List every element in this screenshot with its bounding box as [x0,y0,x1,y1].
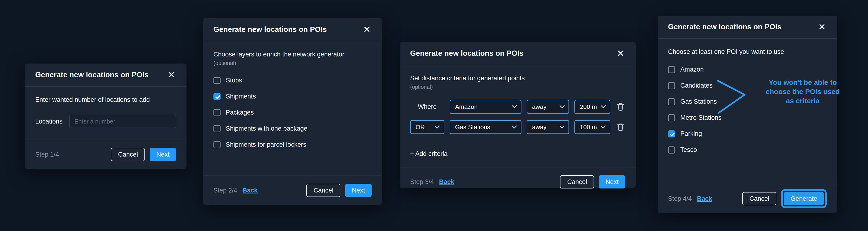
cancel-button[interactable]: Cancel [742,192,776,205]
distance-select[interactable]: 100 m [575,120,610,134]
modal-step2: Generate new locations on POIs ✕ Choose … [203,18,382,205]
checkbox[interactable] [668,82,675,89]
checkbox[interactable] [213,109,221,116]
modal-title: Generate new locations on POIs [213,25,327,34]
checkbox-label: Parking [680,130,702,137]
operator-select[interactable]: OR [410,120,444,134]
select-value: 100 m [580,124,597,131]
optional-text: (optional) [410,84,625,90]
layer-checklist: Stops Shipments Packages Shipments with … [213,77,372,148]
delete-criteria-button[interactable] [616,101,625,112]
cancel-button[interactable]: Cancel [560,175,594,189]
modal-title: Generate new locations on POIs [668,23,781,31]
checkbox[interactable] [213,141,221,148]
locations-label: Locations [35,118,63,125]
locations-row: Locations [35,115,176,128]
select-value: Amazon [455,103,477,110]
checkbox[interactable] [668,146,675,154]
add-criteria-button[interactable]: + Add criteria [410,150,447,158]
checkbox-label: Tesco [680,146,697,154]
modal-body: Set distance criteria for generated poin… [400,65,636,167]
layer-option-packages[interactable]: Packages [213,109,372,116]
checkbox-label: Gas Stations [680,98,717,105]
modal-footer: Step 4/4 Back Cancel Generate [658,184,837,213]
where-label: Where [410,103,444,110]
footer-left: Step 2/4 Back [213,187,258,194]
instruction-text: Choose layers to enrich the network gene… [213,51,372,58]
next-button[interactable]: Next [150,148,176,161]
chevron-down-icon [512,105,517,108]
trash-icon [617,102,624,111]
close-icon[interactable]: ✕ [167,69,176,80]
modal-title: Generate new locations on POIs [410,49,524,58]
modal-footer: Step 3/4 Back Cancel Next [400,167,636,196]
modal-body: Choose layers to enrich the network gene… [203,41,382,175]
delete-criteria-button[interactable] [616,122,625,133]
chevron-down-icon [512,125,517,129]
next-button[interactable]: Next [345,184,372,197]
modal-header: Generate new locations on POIs ✕ [203,18,382,41]
next-button[interactable]: Next [599,175,625,189]
back-link[interactable]: Back [439,178,455,186]
poi-select[interactable]: Amazon [450,100,522,114]
instruction-text: Choose at least one POI you want to use [668,48,827,56]
checkbox-label: Candidates [680,82,713,89]
checkbox-label: Stops [226,77,242,84]
checkbox[interactable] [668,114,675,122]
close-icon[interactable]: ✕ [817,22,827,32]
poi-select[interactable]: Gas Stations [450,120,522,134]
chevron-down-icon [601,125,606,129]
cancel-button[interactable]: Cancel [111,148,145,161]
select-value: away [532,124,547,131]
modal-header: Generate new locations on POIs ✕ [25,64,187,87]
checkbox-label: Shipments with one package [226,125,307,132]
modal-body: Enter wanted number of locations to add … [25,87,187,140]
annotation-line: choose the POIs used [752,87,854,96]
annotation-note: You won't be able to choose the POIs use… [752,78,854,105]
annotation-arrow [713,76,751,119]
chevron-down-icon [601,105,606,108]
poi-option-tesco[interactable]: Tesco [668,146,827,154]
footer-actions: Cancel Next [306,184,372,197]
generate-button[interactable]: Generate [784,192,824,205]
poi-option-amazon[interactable]: Amazon [668,66,827,73]
modal-step1: Generate new locations on POIs ✕ Enter w… [25,64,187,169]
app-canvas: Generate new locations on POIs ✕ Enter w… [0,0,868,231]
annotation-line: as criteria [752,96,854,105]
relation-select[interactable]: away [527,100,569,114]
close-icon[interactable]: ✕ [616,48,625,59]
modal-step4: Generate new locations on POIs ✕ Choose … [658,15,837,213]
annotation-line: You won't be able to [752,78,854,87]
optional-text: (optional) [213,60,372,66]
back-link[interactable]: Back [697,195,712,202]
criteria-list: Where Amazon away 200 m [410,100,625,134]
locations-input[interactable] [69,115,176,128]
back-link[interactable]: Back [243,187,258,194]
checkbox[interactable] [668,130,675,137]
select-value: away [532,103,547,110]
step-indicator: Step 3/4 [410,178,434,186]
distance-select[interactable]: 200 m [575,100,610,114]
layer-option-shipments[interactable]: Shipments [213,93,372,100]
modal-title: Generate new locations on POIs [35,71,149,79]
layer-option-shipments-parcel-lockers[interactable]: Shipments for parcel lockers [213,141,372,148]
cancel-button[interactable]: Cancel [306,184,340,197]
select-value: OR [415,124,425,131]
checkbox[interactable] [213,93,221,100]
checkbox[interactable] [213,125,221,132]
footer-actions: Cancel Generate [742,189,827,208]
close-icon[interactable]: ✕ [362,24,372,35]
layer-option-shipments-one-package[interactable]: Shipments with one package [213,125,372,132]
poi-option-parking[interactable]: Parking [668,130,827,137]
step-indicator: Step 2/4 [213,187,237,194]
relation-select[interactable]: away [527,120,569,134]
chevron-down-icon [560,125,565,129]
layer-option-stops[interactable]: Stops [213,77,372,84]
footer-actions: Cancel Next [560,175,625,189]
checkbox[interactable] [668,66,675,73]
checkbox[interactable] [213,77,221,84]
modal-header: Generate new locations on POIs ✕ [658,15,837,39]
annotation-highlight-box: Generate [781,189,827,208]
checkbox-label: Packages [226,109,254,116]
checkbox[interactable] [668,98,675,105]
